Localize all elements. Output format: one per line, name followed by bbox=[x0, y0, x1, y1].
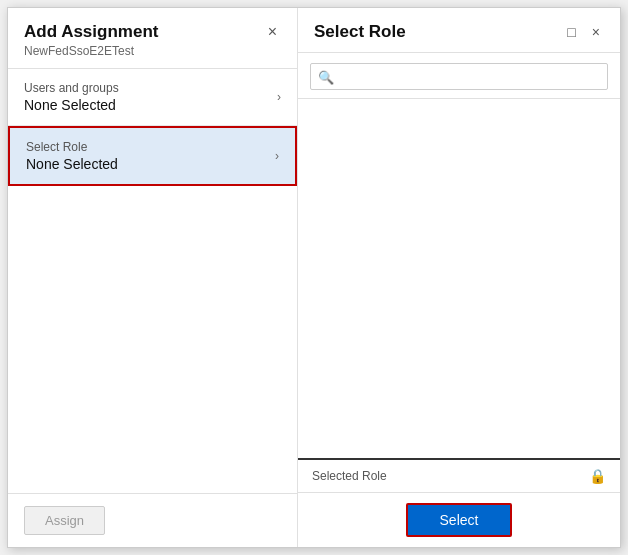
right-panel-title: Select Role bbox=[314, 22, 406, 42]
right-header: Select Role □ × bbox=[298, 8, 620, 53]
selected-role-label: Selected Role bbox=[312, 469, 387, 483]
left-header: Add Assignment NewFedSsoE2ETest × bbox=[8, 8, 297, 69]
right-header-icons: □ × bbox=[563, 23, 604, 41]
search-wrapper: 🔍 bbox=[310, 63, 608, 90]
right-close-button[interactable]: × bbox=[588, 23, 604, 41]
select-role-text: Select Role None Selected bbox=[26, 140, 118, 172]
search-container: 🔍 bbox=[298, 53, 620, 99]
role-search-input[interactable] bbox=[310, 63, 608, 90]
select-role-label: Select Role bbox=[26, 140, 118, 154]
right-footer: Selected Role 🔒 Select bbox=[298, 458, 620, 547]
search-icon: 🔍 bbox=[318, 69, 334, 84]
dialog-title: Add Assignment bbox=[24, 22, 158, 42]
left-header-text: Add Assignment NewFedSsoE2ETest bbox=[24, 22, 158, 58]
assign-button[interactable]: Assign bbox=[24, 506, 105, 535]
users-groups-row[interactable]: Users and groups None Selected › bbox=[8, 69, 297, 126]
select-button[interactable]: Select bbox=[406, 503, 513, 537]
main-container: Add Assignment NewFedSsoE2ETest × Users … bbox=[7, 7, 621, 548]
users-groups-text: Users and groups None Selected bbox=[24, 81, 119, 113]
left-content: Users and groups None Selected › Select … bbox=[8, 69, 297, 493]
left-footer: Assign bbox=[8, 493, 297, 547]
select-role-chevron: › bbox=[275, 149, 279, 163]
select-role-row[interactable]: Select Role None Selected › bbox=[8, 126, 297, 186]
right-panel: Select Role □ × 🔍 Selected Role 🔒 Select bbox=[298, 8, 620, 547]
left-panel: Add Assignment NewFedSsoE2ETest × Users … bbox=[8, 8, 298, 547]
selected-role-section: Selected Role 🔒 bbox=[298, 460, 620, 493]
users-groups-chevron: › bbox=[277, 90, 281, 104]
lock-icon: 🔒 bbox=[589, 468, 606, 484]
left-close-button[interactable]: × bbox=[264, 22, 281, 42]
minimize-button[interactable]: □ bbox=[563, 23, 579, 41]
select-footer: Select bbox=[298, 493, 620, 547]
role-list bbox=[298, 99, 620, 458]
dialog-subtitle: NewFedSsoE2ETest bbox=[24, 44, 158, 58]
users-groups-value: None Selected bbox=[24, 97, 119, 113]
select-role-value: None Selected bbox=[26, 156, 118, 172]
users-groups-label: Users and groups bbox=[24, 81, 119, 95]
